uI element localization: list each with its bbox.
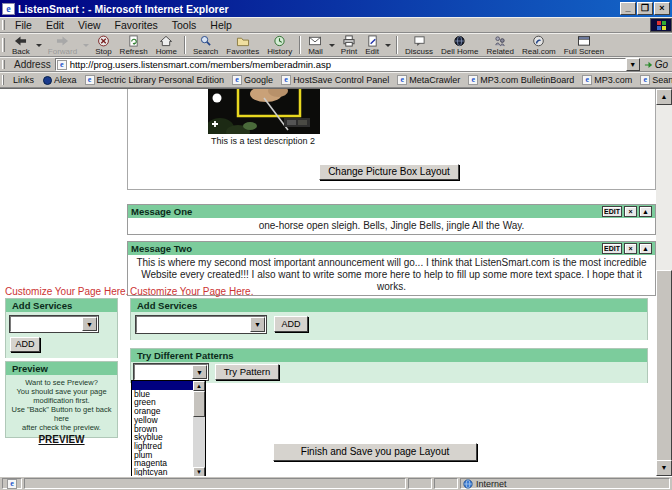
menu-favorites[interactable]: Favorites bbox=[108, 18, 165, 32]
status-page-icon: e bbox=[7, 479, 17, 489]
try-patterns-title: Try Different Patterns bbox=[131, 349, 647, 362]
refresh-button[interactable]: Refresh bbox=[116, 34, 152, 56]
close-button[interactable]: × bbox=[654, 2, 670, 15]
scroll-down-icon[interactable]: ▼ bbox=[656, 460, 672, 476]
menu-file[interactable]: File bbox=[8, 18, 39, 32]
link-hostsave[interactable]: eHostSave Control Panel bbox=[277, 75, 393, 85]
message-two-close-button[interactable]: × bbox=[624, 243, 637, 254]
status-bar: e Internet bbox=[0, 476, 672, 490]
scroll-down-icon[interactable]: ▼ bbox=[193, 467, 205, 476]
scroll-up-icon[interactable]: ▲ bbox=[193, 381, 205, 391]
address-input[interactable]: e http://prog.users.listensmart.com/memb… bbox=[55, 58, 626, 71]
try-patterns-box: Try Different Patterns ▼ Try Pattern bbox=[130, 348, 648, 383]
stop-icon bbox=[97, 35, 110, 47]
add-services-left-select[interactable]: ▼ bbox=[10, 316, 98, 332]
discuss-button[interactable]: Discuss bbox=[401, 34, 437, 56]
ie-throbber-logo bbox=[650, 18, 672, 32]
link-google[interactable]: eGoogle bbox=[228, 75, 277, 85]
related-button[interactable]: Related bbox=[482, 34, 518, 56]
vertical-scrollbar[interactable]: ▲ ▼ bbox=[656, 89, 672, 476]
home-button[interactable]: Home bbox=[152, 34, 181, 56]
go-arrow-icon bbox=[644, 60, 653, 69]
home-icon bbox=[159, 35, 173, 47]
message-one-edit-button[interactable]: EDIT bbox=[602, 206, 622, 217]
message-one-up-button[interactable]: ▲ bbox=[639, 206, 652, 217]
edit-dropdown-arrow[interactable] bbox=[385, 44, 391, 47]
chevron-down-icon[interactable]: ▼ bbox=[192, 365, 207, 379]
preview-title: Preview bbox=[6, 362, 117, 375]
chevron-down-icon[interactable]: ▼ bbox=[82, 317, 97, 331]
dell-home-button[interactable]: Dell Home bbox=[437, 34, 482, 56]
toolbar-separator bbox=[299, 36, 301, 54]
pattern-option[interactable]: lightcyan bbox=[132, 468, 193, 476]
mail-dropdown-arrow[interactable] bbox=[329, 44, 335, 47]
preview-text-line: after check the preview. bbox=[6, 423, 117, 432]
menu-view[interactable]: View bbox=[71, 18, 108, 32]
search-button[interactable]: Search bbox=[189, 34, 222, 56]
links-bar: Links Alexa eElectric Library Personal E… bbox=[0, 72, 672, 88]
mail-button[interactable]: Mail bbox=[304, 34, 327, 56]
links-label: Links bbox=[7, 75, 39, 85]
try-pattern-button[interactable]: Try Pattern bbox=[215, 364, 279, 380]
menu-edit[interactable]: Edit bbox=[39, 18, 71, 32]
edit-button[interactable]: Edit bbox=[361, 34, 383, 56]
restore-button[interactable]: ❐ bbox=[637, 2, 653, 15]
favorites-icon bbox=[236, 35, 250, 47]
message-two-up-button[interactable]: ▲ bbox=[639, 243, 652, 254]
go-button[interactable]: Go bbox=[640, 59, 672, 70]
favorites-button[interactable]: Favorites bbox=[222, 34, 263, 56]
standard-toolbar: Back Forward Stop Refresh Home bbox=[0, 33, 672, 57]
message-two-edit-button[interactable]: EDIT bbox=[602, 243, 622, 254]
print-button[interactable]: Print bbox=[337, 34, 361, 56]
print-icon bbox=[342, 35, 356, 47]
link-alexa[interactable]: Alexa bbox=[39, 75, 81, 85]
forward-dropdown-arrow[interactable] bbox=[83, 44, 89, 47]
preview-text-line: You should save your page bbox=[6, 387, 117, 396]
preview-link[interactable]: PREVIEW bbox=[6, 435, 117, 444]
minimize-button[interactable]: _ bbox=[620, 2, 636, 15]
add-services-main-title: Add Services bbox=[131, 299, 647, 312]
mail-icon bbox=[308, 35, 322, 47]
globe-icon bbox=[463, 479, 473, 489]
ie-app-icon: e bbox=[2, 3, 15, 15]
full-screen-button[interactable]: Full Screen bbox=[560, 34, 608, 56]
back-dropdown-arrow[interactable] bbox=[36, 44, 42, 47]
stop-button[interactable]: Stop bbox=[91, 34, 115, 56]
member-photo bbox=[208, 88, 320, 134]
status-zone-pane: Internet bbox=[460, 478, 670, 489]
address-bar: Address e http://prog.users.listensmart.… bbox=[0, 57, 672, 72]
search-icon bbox=[199, 35, 212, 47]
add-services-main-select[interactable]: ▼ bbox=[136, 316, 266, 333]
scrollbar-thumb[interactable] bbox=[656, 270, 672, 466]
scroll-up-icon[interactable]: ▲ bbox=[656, 89, 672, 105]
link-page-icon: e bbox=[397, 75, 407, 85]
change-picture-box-layout-button[interactable]: Change Picture Box Layout bbox=[319, 164, 459, 180]
back-button[interactable]: Back bbox=[8, 34, 34, 56]
menu-bar: File Edit View Favorites Tools Help bbox=[0, 17, 672, 33]
pattern-list-scroll-thumb[interactable] bbox=[193, 391, 205, 417]
title-bar: e ListenSmart : - Microsoft Internet Exp… bbox=[0, 0, 672, 17]
link-electric-library[interactable]: eElectric Library Personal Edition bbox=[81, 75, 229, 85]
history-button[interactable]: History bbox=[263, 34, 296, 56]
pattern-list-scrollbar[interactable]: ▲ ▼ bbox=[193, 381, 205, 476]
forward-button[interactable]: Forward bbox=[44, 34, 81, 56]
message-one-header: Message One EDIT × ▲ bbox=[128, 205, 655, 218]
finish-save-button[interactable]: Finish and Save you page Layout bbox=[273, 443, 477, 461]
pattern-select[interactable]: ▼ bbox=[134, 364, 208, 380]
page-document-icon: e bbox=[57, 60, 67, 70]
message-one-close-button[interactable]: × bbox=[624, 206, 637, 217]
message-two-title: Message Two bbox=[131, 243, 600, 254]
link-metacrawler[interactable]: eMetaCrawler bbox=[393, 75, 464, 85]
chevron-down-icon[interactable]: ▼ bbox=[250, 317, 265, 332]
add-services-left-add-button[interactable]: ADD bbox=[10, 337, 40, 352]
realcom-button[interactable]: Real.com bbox=[518, 34, 560, 56]
link-seans-yahoo[interactable]: eSean's Yahoo! Page bbox=[636, 75, 672, 85]
menu-tools[interactable]: Tools bbox=[165, 18, 204, 32]
refresh-icon bbox=[127, 35, 140, 47]
link-mp3-bulletinboard[interactable]: eMP3.com BulletinBoard bbox=[464, 75, 578, 85]
add-services-main-add-button[interactable]: ADD bbox=[274, 316, 308, 332]
picture-caption: This is a test description 2 bbox=[173, 136, 353, 146]
menu-help[interactable]: Help bbox=[203, 18, 239, 32]
link-mp3[interactable]: eMP3.com bbox=[578, 75, 636, 85]
address-dropdown-button[interactable]: ▼ bbox=[626, 58, 640, 71]
